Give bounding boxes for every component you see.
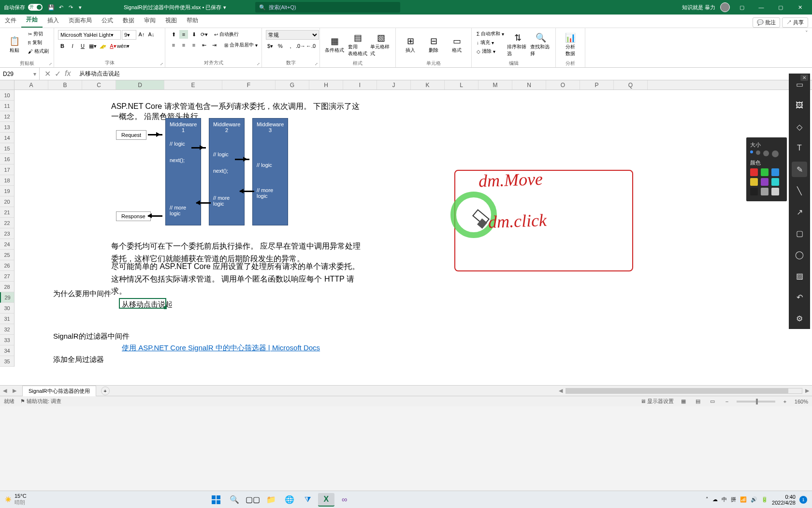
color-swatch[interactable] <box>750 188 758 195</box>
row-header-27[interactable]: 27 <box>0 271 14 282</box>
taskbar-search-icon[interactable]: 🔍 <box>226 493 243 507</box>
clock[interactable]: 0:402022/4/28 <box>772 494 796 506</box>
formula-input[interactable]: 从移动点击说起 <box>75 70 812 78</box>
row-header-10[interactable]: 10 <box>0 90 14 101</box>
zoom-level[interactable]: 160% <box>795 399 808 404</box>
color-swatch[interactable] <box>771 188 779 195</box>
sort-filter-button[interactable]: ⇅排序和筛选 <box>507 30 528 59</box>
font-launcher-icon[interactable]: ⤢ <box>160 62 163 66</box>
currency-icon[interactable]: $▾ <box>266 42 275 50</box>
analyze-data-button[interactable]: 📊分析 数据 <box>560 30 581 59</box>
zoom-slider[interactable] <box>737 401 775 403</box>
align-center-icon[interactable]: ≡ <box>179 41 188 49</box>
increase-font-icon[interactable]: A↑ <box>137 30 146 39</box>
fx-icon[interactable]: fx <box>65 69 71 78</box>
zoom-out-icon[interactable]: − <box>722 399 732 404</box>
row-header-22[interactable]: 22 <box>0 218 14 228</box>
user-name[interactable]: 知识就是 暴力 <box>682 4 715 11</box>
row-header-35[interactable]: 35 <box>0 356 14 367</box>
task-view-icon[interactable]: ▢▢ <box>245 493 261 507</box>
col-header-h[interactable]: H <box>309 80 343 90</box>
font-color-icon[interactable]: A▾ <box>109 42 117 50</box>
row-header-14[interactable]: 14 <box>0 133 14 143</box>
align-top-icon[interactable]: ⬆ <box>169 30 178 39</box>
col-header-m[interactable]: M <box>478 80 512 90</box>
underline-icon[interactable]: U <box>78 42 87 50</box>
color-swatch[interactable] <box>761 188 768 195</box>
volume-icon[interactable]: 🔊 <box>751 496 757 503</box>
draw-settings-icon[interactable]: ⚙ <box>792 311 807 326</box>
font-size-select[interactable]: 9 ▾ <box>122 30 136 40</box>
view-page-break-icon[interactable]: ▭ <box>708 398 717 404</box>
size-large[interactable] <box>763 150 769 156</box>
find-select-button[interactable]: 🔍查找和选择 <box>530 30 551 59</box>
start-button[interactable] <box>208 493 224 507</box>
sheet-tab-active[interactable]: SignalR中心筛选器的使用 <box>22 386 96 396</box>
avatar[interactable] <box>720 2 730 12</box>
align-bottom-icon[interactable]: ⬇ <box>189 30 198 39</box>
col-header-q[interactable]: Q <box>614 80 648 90</box>
sheet-nav-prev-icon[interactable]: ◀ <box>0 388 10 394</box>
row-header-23[interactable]: 23 <box>0 228 14 239</box>
draw-undo-icon[interactable]: ↶ <box>792 289 807 305</box>
accessibility-status[interactable]: ⚑ 辅助功能: 调查 <box>20 398 61 405</box>
col-header-n[interactable]: N <box>512 80 546 90</box>
col-header-c[interactable]: C <box>82 80 116 90</box>
undo-icon[interactable]: ↶ <box>56 4 66 11</box>
row-header-33[interactable]: 33 <box>0 335 14 345</box>
tab-formulas[interactable]: 公式 <box>97 14 118 28</box>
weather-widget[interactable]: ☀️ 15°C晴朗 <box>0 493 31 506</box>
zoom-in-icon[interactable]: + <box>780 399 790 404</box>
color-swatch[interactable] <box>761 168 768 176</box>
docs-link[interactable]: 使用 ASP.NET Core SignalR 中的中心筛选器 | Micros… <box>122 344 320 353</box>
draw-arrow-icon[interactable]: ↗ <box>792 204 807 220</box>
col-header-o[interactable]: O <box>546 80 580 90</box>
copy-button[interactable]: ⎘ 复制 <box>27 39 50 46</box>
row-header-26[interactable]: 26 <box>0 260 14 271</box>
excel-icon[interactable]: X <box>318 493 334 507</box>
onedrive-icon[interactable]: ☁ <box>712 496 718 503</box>
tab-review[interactable]: 审阅 <box>139 14 160 28</box>
col-header-k[interactable]: K <box>411 80 445 90</box>
orientation-icon[interactable]: ⟳▾ <box>200 30 208 39</box>
phonetic-icon[interactable]: wén▾ <box>119 42 128 50</box>
align-left-icon[interactable]: ≡ <box>169 41 178 49</box>
col-header-b[interactable]: B <box>48 80 82 90</box>
share-button[interactable]: ↗ 共享 <box>782 17 808 28</box>
tab-view[interactable]: 视图 <box>160 14 182 28</box>
draw-eraser-icon[interactable]: ◇ <box>792 119 807 134</box>
tab-data[interactable]: 数据 <box>118 14 139 28</box>
draw-rect-icon[interactable]: ▢ <box>792 225 807 241</box>
view-page-layout-icon[interactable]: ▤ <box>693 398 703 404</box>
row-header-17[interactable]: 17 <box>0 164 14 175</box>
search-box[interactable]: 🔍 搜索(Alt+Q) <box>255 2 400 13</box>
worksheet-grid[interactable]: ABCDEFGHIJKLMNOPQ 1011121314151617181920… <box>0 80 812 385</box>
cond-format-button[interactable]: ▦条件格式 <box>324 30 345 59</box>
size-small[interactable] <box>750 150 753 153</box>
view-normal-icon[interactable]: ▦ <box>679 398 688 404</box>
draw-line-icon[interactable]: ╲ <box>792 183 807 198</box>
row-header-31[interactable]: 31 <box>0 314 14 324</box>
save-icon[interactable]: 💾 <box>46 4 56 11</box>
ime-mode[interactable]: 拼 <box>731 496 736 503</box>
dec-decimal-icon[interactable]: ←.0 <box>306 42 315 50</box>
delete-cells-button[interactable]: ⊟删除 <box>423 30 444 59</box>
color-swatch[interactable] <box>771 168 779 176</box>
paste-button[interactable]: 📋粘贴 <box>4 30 25 59</box>
table-format-button[interactable]: ▤套用 表格格式 <box>347 30 368 59</box>
clear-button[interactable]: ◇ 清除 ▾ <box>476 47 505 55</box>
tab-insert[interactable]: 插入 <box>43 14 64 28</box>
row-header-16[interactable]: 16 <box>0 154 14 164</box>
row-header-34[interactable]: 34 <box>0 345 14 356</box>
clipboard-launcher-icon[interactable]: ⤢ <box>49 62 52 66</box>
row-header-21[interactable]: 21 <box>0 207 14 218</box>
file-explorer-icon[interactable]: 📁 <box>263 493 279 507</box>
row-header-15[interactable]: 15 <box>0 143 14 154</box>
name-box[interactable]: D29 ▾ <box>0 68 40 80</box>
align-right-icon[interactable]: ≡ <box>189 41 198 49</box>
row-header-18[interactable]: 18 <box>0 175 14 186</box>
color-swatch[interactable] <box>750 178 758 186</box>
add-sheet-button[interactable]: + <box>101 387 110 395</box>
draw-pen-icon[interactable]: ✎ <box>792 162 807 177</box>
cell-styles-button[interactable]: ▧单元格样式 <box>370 30 392 59</box>
